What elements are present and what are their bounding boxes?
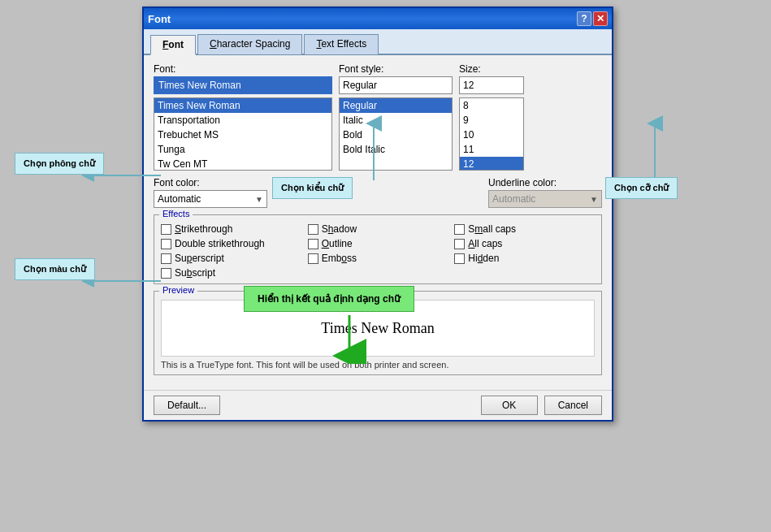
font-input[interactable] — [154, 76, 332, 94]
font-label: Font: — [154, 63, 332, 75]
effects-title: Effects — [159, 209, 193, 218]
size-list-container: 8 9 10 11 12 — [459, 97, 524, 171]
checkbox-shadow[interactable] — [308, 224, 318, 235]
list-item[interactable]: 12 — [460, 157, 523, 170]
list-item[interactable]: 8 — [460, 98, 523, 113]
preview-note: This is a TrueType font. This font will … — [161, 360, 595, 370]
effect-double-strikethrough[interactable]: Double strikethrough — [161, 238, 301, 249]
ok-button[interactable]: OK — [481, 396, 538, 415]
style-label: Font style: — [339, 63, 453, 75]
tab-text-effects[interactable]: Text Effects — [304, 34, 379, 54]
list-item[interactable]: 11 — [460, 142, 523, 157]
ok-cancel-buttons: OK Cancel — [481, 396, 602, 415]
callout-hien-thi: Hiển thị kết quả định dạng chữ — [244, 286, 414, 312]
tab-font[interactable]: Font — [150, 35, 196, 55]
callout-chon-kieu-chu: Chọn kiểu chữ — [272, 177, 353, 199]
effect-small-caps[interactable]: Small caps — [454, 223, 595, 235]
checkbox-strikethrough[interactable] — [161, 224, 171, 235]
list-item[interactable]: Transportation — [154, 113, 331, 128]
list-item[interactable]: Trebuchet MS — [154, 128, 331, 142]
size-input[interactable] — [459, 76, 524, 94]
size-list[interactable]: 8 9 10 11 12 — [460, 98, 523, 170]
list-item[interactable]: Tw Cen MT — [154, 157, 331, 170]
effect-strikethrough[interactable]: Strikethrough — [161, 223, 301, 235]
list-item[interactable]: Regular — [340, 98, 452, 113]
field-inputs-row — [154, 76, 602, 94]
close-button[interactable]: ✕ — [593, 11, 608, 26]
underline-color-value: Automatic — [492, 193, 535, 205]
help-button[interactable]: ? — [577, 11, 591, 26]
default-button[interactable]: Default... — [154, 396, 220, 415]
font-color-value: Automatic — [158, 193, 201, 205]
checkbox-outline[interactable] — [308, 239, 318, 249]
underline-color-label: Underline color: — [488, 177, 602, 188]
callout-chon-phong-chu: Chọn phông chữ — [15, 153, 104, 175]
effect-emboss[interactable]: Emboss — [308, 253, 448, 264]
font-color-label: Font color: — [154, 177, 267, 188]
color-row: Font color: Automatic ▼ Underline color:… — [154, 177, 602, 208]
list-item[interactable]: 10 — [460, 128, 523, 142]
effect-outline[interactable]: Outline — [308, 238, 448, 249]
titlebar: Font ? ✕ — [144, 8, 612, 29]
font-dialog: Font ? ✕ Font Character Spacing Text Eff… — [142, 6, 613, 422]
checkbox-subscript[interactable] — [161, 268, 171, 279]
checkbox-all-caps[interactable] — [454, 239, 465, 249]
list-item[interactable]: 9 — [460, 113, 523, 128]
dialog-title: Font — [148, 13, 171, 25]
underline-color-dropdown-icon: ▼ — [590, 195, 598, 204]
size-label: Size: — [459, 63, 524, 75]
callout-chon-mau-chu: Chọn màu chữ — [15, 258, 95, 280]
tab-character-spacing[interactable]: Character Spacing — [197, 34, 302, 54]
dialog-body: Font: Font style: Size: Times New Roman … — [144, 55, 612, 390]
list-item[interactable]: Times New Roman — [154, 98, 331, 113]
style-input[interactable] — [339, 76, 453, 94]
checkbox-double-strikethrough[interactable] — [161, 239, 171, 249]
tabs-bar: Font Character Spacing Text Effects — [144, 29, 612, 55]
font-color-dropdown-icon: ▼ — [255, 195, 263, 204]
preview-title: Preview — [159, 285, 197, 295]
effects-grid: Strikethrough Shadow Small caps Double s… — [161, 223, 595, 279]
list-item[interactable]: Tunga — [154, 142, 331, 157]
dialog-bottom: Default... OK Cancel — [144, 390, 612, 420]
checkbox-superscript[interactable] — [161, 253, 171, 264]
effects-section: Effects Strikethrough Shadow Small caps … — [154, 214, 602, 284]
checkbox-small-caps[interactable] — [454, 224, 465, 235]
font-list-container: Times New Roman Transportation Trebuchet… — [154, 97, 332, 171]
cancel-button[interactable]: Cancel — [544, 396, 602, 415]
underline-color-select[interactable]: Automatic ▼ — [488, 190, 602, 208]
effect-subscript[interactable]: Subscript — [161, 267, 301, 279]
titlebar-buttons: ? ✕ — [577, 11, 608, 26]
effect-shadow[interactable]: Shadow — [308, 223, 448, 235]
field-labels-row: Font: Font style: Size: — [154, 63, 602, 75]
font-list[interactable]: Times New Roman Transportation Trebuchet… — [154, 98, 331, 170]
font-color-group: Font color: Automatic ▼ — [154, 177, 267, 208]
font-color-select[interactable]: Automatic ▼ — [154, 190, 267, 208]
effect-all-caps[interactable]: All caps — [454, 238, 595, 249]
callout-chon-co-chu: Chọn cỡ chữ — [605, 177, 678, 199]
underline-color-group: Underline color: Automatic ▼ — [488, 177, 602, 208]
effect-superscript[interactable]: Superscript — [161, 253, 301, 264]
checkbox-emboss[interactable] — [308, 253, 318, 264]
effect-hidden[interactable]: Hidden — [454, 253, 595, 264]
checkbox-hidden[interactable] — [454, 253, 465, 264]
